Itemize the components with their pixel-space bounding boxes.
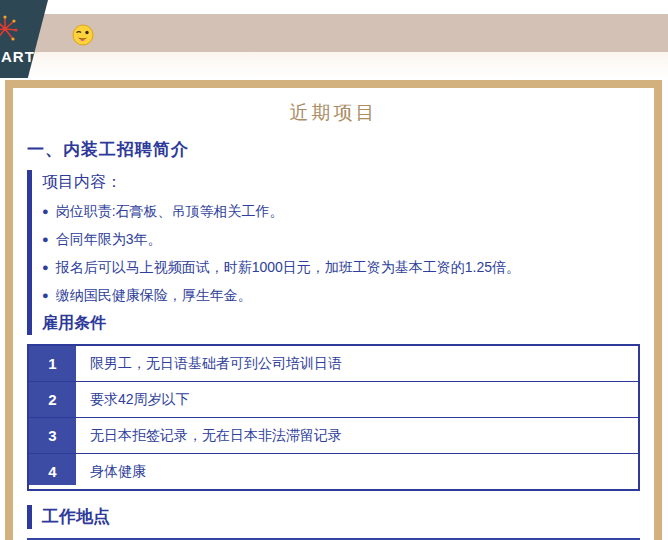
conditions-label: 雇用条件 — [42, 311, 640, 335]
condition-number: 3 — [29, 418, 76, 454]
table-row: 2 要求42周岁以下 — [29, 382, 638, 418]
bullet-icon: ● — [42, 205, 49, 217]
project-content-block: 项目内容： ●岗位职责:石膏板、吊顶等相关工作。 ●合同年限为3年。 ●报名后可… — [27, 170, 640, 335]
header-band-fade — [0, 52, 668, 78]
wink-emoji-icon — [72, 24, 94, 50]
conditions-table: 1 限男工，无日语基础者可到公司培训日语 2 要求42周岁以下 3 无日本拒签记… — [27, 344, 640, 491]
condition-number: 4 — [29, 454, 76, 489]
bullet-icon: ● — [42, 233, 49, 245]
bullet-text: 合同年限为3年。 — [56, 231, 162, 247]
list-item: ●报名后可以马上视频面试，时薪1000日元，加班工资为基本工资的1.25倍。 — [42, 253, 640, 281]
list-item: ●缴纳国民健康保险，厚生年金。 — [42, 281, 640, 309]
bullet-icon: ● — [42, 261, 49, 273]
bullet-text: 岗位职责:石膏板、吊顶等相关工作。 — [56, 203, 284, 219]
condition-text: 无日本拒签记录，无在日本非法滞留记录 — [76, 418, 638, 454]
list-item: ●岗位职责:石膏板、吊顶等相关工作。 — [42, 197, 640, 225]
condition-text: 限男工，无日语基础者可到公司培训日语 — [76, 346, 638, 382]
location-heading: 工作地点 — [27, 505, 640, 529]
bullet-text: 缴纳国民健康保险，厚生年金。 — [56, 287, 252, 303]
section-heading: 一、内装工招聘简介 — [27, 138, 640, 161]
list-item: ●合同年限为3年。 — [42, 225, 640, 253]
table-row: 1 限男工，无日语基础者可到公司培训日语 — [29, 346, 638, 382]
condition-text: 身体健康 — [76, 454, 638, 489]
project-content-label: 项目内容： — [42, 170, 640, 194]
condition-number: 1 — [29, 346, 76, 382]
project-bullet-list: ●岗位职责:石膏板、吊顶等相关工作。 ●合同年限为3年。 ●报名后可以马上视频面… — [42, 197, 640, 309]
page-title: 近期项目 — [27, 100, 640, 126]
banner-text: ART — [1, 48, 35, 65]
condition-text: 要求42周岁以下 — [76, 382, 638, 418]
header-band — [0, 14, 668, 52]
fireworks-icon — [0, 14, 18, 48]
content-frame: 近期项目 一、内装工招聘简介 项目内容： ●岗位职责:石膏板、吊顶等相关工作。 … — [5, 80, 662, 540]
condition-number: 2 — [29, 382, 76, 418]
bullet-icon: ● — [42, 289, 49, 301]
table-row: 3 无日本拒签记录，无在日本非法滞留记录 — [29, 418, 638, 454]
table-row: 4 身体健康 — [29, 454, 638, 489]
bullet-text: 报名后可以马上视频面试，时薪1000日元，加班工资为基本工资的1.25倍。 — [56, 259, 520, 275]
